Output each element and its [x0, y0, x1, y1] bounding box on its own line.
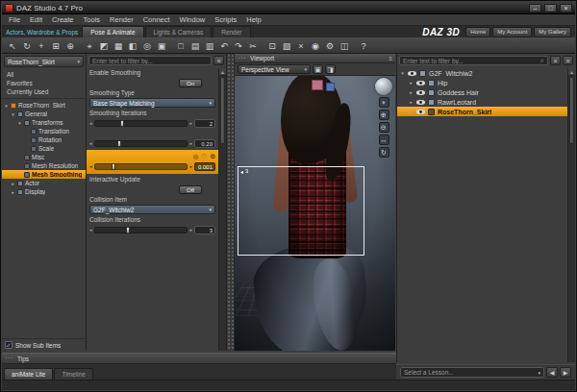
active-pose-tool[interactable]: ⌖ [83, 39, 96, 52]
parameter-group-row[interactable]: Scale [2, 144, 86, 153]
orbit-ball-control[interactable] [375, 78, 392, 95]
toggle-button[interactable]: Off [179, 185, 202, 194]
gear-icon[interactable]: ⚙ [210, 153, 215, 160]
region-navigator-tool[interactable]: ▦ [112, 39, 125, 52]
account-link-button[interactable]: Home [465, 27, 490, 37]
slider-track[interactable] [94, 227, 188, 233]
parameter-group-row[interactable]: Mesh Resolution [2, 161, 86, 170]
render-button[interactable]: ◉ [309, 39, 322, 52]
viewport-canvas[interactable]: ◂ 3 ⌖⊕⊖↔↻ [235, 76, 395, 351]
visibility-eye-icon[interactable] [408, 69, 416, 77]
visibility-eye-icon[interactable] [416, 88, 425, 96]
parameter-group-row[interactable]: ▸ Actor [2, 179, 86, 187]
menu-item[interactable]: Tools [79, 14, 106, 26]
pane-tab[interactable]: Timeline [54, 368, 92, 380]
menu-item[interactable]: Window [175, 14, 211, 26]
slider-decrement-icon[interactable]: ◂ [89, 140, 92, 146]
lock-icon[interactable]: ◎ [193, 153, 199, 160]
redo-button[interactable]: ↷ [232, 39, 245, 52]
parameter-group-row[interactable]: Rotation [2, 135, 86, 144]
slider-increment-icon[interactable]: ▸ [189, 227, 192, 233]
render-frame[interactable]: ◂ 3 [238, 166, 364, 256]
scene-pane-menu-button[interactable]: ≡ [563, 56, 573, 65]
show-sub-items-checkbox[interactable]: ✓ [5, 341, 13, 349]
slider-increment-icon[interactable]: ▸ [189, 163, 192, 169]
help-button[interactable]: ? [357, 39, 370, 52]
aux-viewport-button[interactable]: ◫ [338, 39, 351, 52]
new-scene-button[interactable]: □ [174, 39, 188, 52]
universal-tool[interactable]: ⊕ [63, 39, 77, 52]
activity-tab[interactable]: Pose & Animate [82, 26, 143, 37]
camera-options-icon[interactable]: ▣ [313, 64, 323, 74]
parameter-slider[interactable]: ◂ ▸ 0.001 [89, 162, 215, 171]
expander-icon[interactable]: ▾ [4, 103, 9, 109]
pane-menu-icon[interactable]: ≡ [389, 56, 392, 61]
parameter-group-row[interactable]: ▾ Transforms [2, 118, 86, 127]
slider-value-box[interactable]: 0.001 [194, 162, 215, 171]
undo-button[interactable]: ↶ [217, 39, 231, 52]
next-lesson-button[interactable]: ▶ [560, 367, 571, 378]
surface-selection-tool[interactable]: ◩ [97, 39, 111, 52]
slider-nub[interactable] [117, 140, 121, 147]
menu-item[interactable]: Connect [138, 14, 175, 26]
scrollbar-thumb[interactable] [569, 77, 574, 144]
parameter-group-row[interactable]: ▸ Display [2, 187, 86, 196]
pane-tab[interactable]: aniMate Lite [4, 368, 53, 380]
menu-item[interactable]: Edit [25, 14, 47, 26]
parameter-group-row[interactable]: Misc [2, 153, 86, 161]
spot-render-tool[interactable]: ◧ [126, 39, 139, 52]
visibility-eye-icon[interactable] [416, 79, 425, 86]
drawstyle-icon[interactable]: ◨ [325, 64, 336, 74]
scene-node-row[interactable]: ▾ G2F_Witchiw2 [397, 68, 567, 78]
activity-tab[interactable]: Render [213, 26, 250, 37]
parameter-filter-item[interactable]: All [2, 70, 86, 79]
scrollbar-thumb[interactable] [220, 77, 225, 144]
translate-tool[interactable]: + [35, 39, 48, 52]
expander-icon[interactable]: ▸ [409, 80, 414, 86]
toggle-button[interactable]: On [179, 79, 202, 87]
activity-tab[interactable]: Lights & Cameras [145, 26, 213, 37]
expander-icon[interactable]: ▸ [11, 189, 15, 195]
account-link-button[interactable]: My Account [492, 27, 532, 37]
paste-button[interactable]: ▧ [280, 39, 293, 52]
node-selection-tool[interactable]: ↖ [6, 39, 19, 52]
visibility-eye-icon[interactable] [416, 108, 425, 115]
scene-scrollbar[interactable]: ▲ [567, 68, 575, 362]
parameter-group-row[interactable]: Translation [2, 127, 86, 135]
slider-increment-icon[interactable]: ▸ [189, 140, 192, 146]
activity-tab-partial[interactable]: Actors, Wardrobe & Props [2, 29, 82, 37]
lesson-selector[interactable]: Select a Lesson... ▾ [400, 367, 544, 378]
parameter-group-row[interactable]: Mesh Smoothing [2, 170, 86, 179]
gizmo-cube-pink[interactable] [312, 80, 323, 90]
menu-item[interactable]: File [4, 14, 25, 26]
scroll-up-icon[interactable]: ▲ [219, 68, 226, 76]
pan-view-button[interactable]: ↔ [379, 135, 389, 145]
cut-button[interactable]: ✂ [246, 39, 260, 52]
slider-track[interactable] [94, 163, 188, 170]
slider-track[interactable] [94, 140, 188, 147]
slider-decrement-icon[interactable]: ◂ [89, 227, 92, 233]
maximize-button[interactable]: □ [544, 4, 557, 12]
favorite-icon[interactable]: ♡ [201, 153, 207, 160]
parameter-slider[interactable]: ◂ ▸ 3 [89, 226, 215, 234]
slider-value-box[interactable]: 2 [194, 119, 215, 128]
slider-value-box[interactable]: 3 [194, 226, 215, 234]
zoom-in-button[interactable]: ⊕ [379, 110, 389, 120]
slider-decrement-icon[interactable]: ◂ [89, 120, 92, 126]
expander-icon[interactable]: ▾ [400, 70, 405, 76]
parameter-group-row[interactable]: ▾ General [2, 110, 86, 118]
save-scene-button[interactable]: ▥ [203, 39, 216, 52]
menu-item[interactable]: Help [241, 14, 265, 26]
close-button[interactable]: × [560, 4, 572, 12]
scene-node-row[interactable]: ▸ RoseThorn_Skirt [397, 107, 567, 116]
pane-grip[interactable] [5, 356, 14, 360]
clear-filter-button[interactable]: × [550, 56, 561, 65]
parameters-filter-input[interactable]: Enter text to filter by... [88, 56, 212, 65]
account-link-button[interactable]: My Gallery [534, 27, 571, 37]
gizmo-cube-blue[interactable] [326, 83, 335, 91]
slider-increment-icon[interactable]: ▸ [189, 120, 192, 126]
pane-grip[interactable] [238, 57, 247, 61]
parameter-slider[interactable]: ◂ ▸ 2 [89, 119, 215, 128]
parameter-filter-item[interactable]: Currently Used [2, 87, 86, 96]
parameter-dropdown[interactable]: G2F_Witchiw2 ▾ [89, 205, 215, 214]
